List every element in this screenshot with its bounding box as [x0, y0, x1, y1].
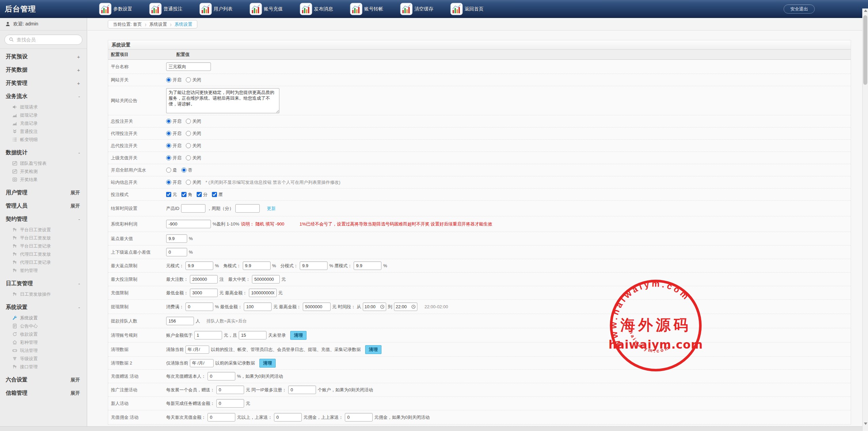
group-toggle[interactable]: - [78, 216, 80, 222]
rebate-min-diff-input[interactable] [166, 248, 187, 256]
date-input[interactable] [185, 346, 209, 354]
sidebar-group-header-business-flow[interactable]: 业务流水- [0, 90, 87, 103]
sidebar-item-draw-check[interactable]: 开奖检测 [0, 168, 87, 176]
sidebar-item-system-settings[interactable]: 系统设置 [0, 314, 87, 322]
clean-account-rule-input[interactable] [194, 331, 222, 339]
withdraw-limit-input[interactable] [185, 302, 213, 311]
max-rebate-limit-input[interactable] [300, 261, 328, 270]
group-toggle[interactable]: + [77, 67, 80, 73]
sidebar-item-lottery-type-manage[interactable]: 彩种管理 [0, 338, 87, 347]
sidebar-item-payment-settings[interactable]: 收款设置 [0, 330, 87, 338]
recharge-limit-input[interactable] [190, 289, 218, 297]
sidebar-item-normal-bets[interactable]: 普通投注 [0, 128, 87, 136]
sidebar-group-header-mailbox-manage[interactable]: 信箱管理展开 [0, 387, 87, 400]
nav-item-publish-message[interactable]: 发布消息 [300, 3, 333, 15]
radio-option[interactable]: 开启 [166, 118, 181, 124]
lottery-profit-input[interactable] [166, 220, 211, 228]
sidebar-group-header-lottery-data[interactable]: 开奖数据+ [0, 63, 87, 77]
sidebar-item-agent-wage-pay[interactable]: 代理日工资发放 [0, 250, 87, 258]
radio-input[interactable] [166, 168, 171, 173]
radio-option[interactable]: 开启 [166, 179, 181, 185]
group-toggle[interactable]: + [77, 54, 80, 60]
radio-option[interactable]: 开启 [166, 77, 181, 83]
site-close-notice-textarea[interactable] [166, 88, 279, 113]
radio-option[interactable]: 关闭 [186, 131, 201, 137]
breadcrumb-item[interactable]: 系统设置 [150, 21, 167, 27]
search-box[interactable] [4, 35, 82, 45]
radio-input[interactable] [166, 180, 171, 185]
time-input[interactable] [363, 302, 386, 311]
radio-option[interactable]: 关闭 [186, 179, 201, 185]
sidebar-group-header-liuhe-settings[interactable]: 六合设置展开 [0, 373, 87, 387]
horizontal-scrollbar[interactable] [0, 426, 862, 431]
nav-item-account-transfer[interactable]: 账号转帐 [350, 3, 383, 15]
sidebar-group-header-user-manage[interactable]: 用户管理展开 [0, 186, 87, 199]
sidebar-item-agent-wage-records[interactable]: 代理日工资记录 [0, 258, 87, 267]
sidebar-item-draw-results[interactable]: 开奖结果 [0, 176, 87, 184]
group-toggle[interactable]: - [78, 94, 80, 99]
checkbox-option[interactable]: 厘 [212, 192, 223, 198]
recharge-gift-input[interactable] [208, 372, 235, 380]
sidebar-item-notice-center[interactable]: 公告中心 [0, 322, 87, 330]
radio-option[interactable]: 是 [166, 167, 177, 173]
checkbox-input[interactable] [197, 192, 202, 197]
nav-item-clear-cache[interactable]: 清空缓存 [400, 3, 433, 15]
radio-option[interactable]: 关闭 [186, 155, 201, 161]
settle-time-input[interactable] [235, 204, 260, 213]
max-rebate-limit-input[interactable] [243, 261, 271, 270]
withdraw-limit-time-input[interactable] [396, 304, 411, 309]
radio-option[interactable]: 开启 [166, 155, 181, 161]
sidebar-item-withdraw-request[interactable]: 提现请求 [0, 103, 87, 111]
nav-item-param-settings[interactable]: 参数设置 [99, 3, 132, 15]
radio-option[interactable]: 否 [181, 167, 192, 173]
sidebar-item-wage-pay-operation[interactable]: 日工资发放操作 [0, 290, 87, 298]
date-input[interactable] [190, 359, 214, 367]
group-toggle[interactable]: 展开 [71, 190, 80, 196]
recharge-limit-input[interactable] [249, 289, 277, 297]
sidebar-group-header-lottery-preset[interactable]: 开奖预设+ [0, 50, 87, 63]
search-input[interactable] [17, 37, 74, 42]
promo-register-input[interactable] [216, 386, 244, 394]
checkbox-input[interactable] [166, 192, 171, 197]
newcomer-input[interactable] [216, 399, 244, 408]
nav-item-back-home[interactable]: 返回首页 [450, 3, 484, 15]
sidebar-item-platform-wage-records[interactable]: 平台日工资记录 [0, 242, 87, 250]
update-link[interactable]: 更新 [267, 205, 276, 212]
sidebar-item-account-changes[interactable]: 帐变明细 [0, 136, 87, 144]
max-bet-limit-input[interactable] [252, 275, 280, 283]
radio-option[interactable]: 关闭 [186, 77, 201, 83]
radio-option[interactable]: 开启 [166, 131, 181, 137]
sidebar-item-withdraw-records[interactable]: 提现记录 [0, 111, 87, 119]
checkbox-option[interactable]: 元 [166, 192, 177, 198]
group-toggle[interactable]: - [78, 281, 80, 287]
withdraw-limit-input[interactable] [303, 302, 331, 311]
clean-button[interactable]: 清理 [365, 345, 381, 354]
sidebar-item-team-pnl-report[interactable]: 团队盈亏报表 [0, 159, 87, 168]
radio-input[interactable] [166, 131, 171, 136]
radio-input[interactable] [181, 168, 186, 173]
sidebar-item-platform-wage-setting[interactable]: 平台日工资设置 [0, 226, 87, 234]
nav-item-normal-bets[interactable]: 普通投注 [149, 3, 182, 15]
sidebar-group-header-contract-manage[interactable]: 契约管理- [0, 213, 87, 226]
group-toggle[interactable]: 展开 [71, 203, 80, 209]
scrollbar-thumb[interactable] [863, 15, 867, 85]
radio-option[interactable]: 关闭 [186, 118, 201, 124]
clean-account-rule-input[interactable] [239, 331, 267, 339]
platform-name-input[interactable] [166, 62, 211, 71]
sidebar-group-header-data-stats[interactable]: 数据统计- [0, 146, 87, 159]
group-toggle[interactable]: - [78, 150, 80, 156]
radio-option[interactable]: 开启 [166, 143, 181, 149]
radio-input[interactable] [166, 143, 171, 148]
checkbox-input[interactable] [181, 192, 186, 197]
recharge-commission-input[interactable] [274, 413, 302, 422]
rebate-max-input[interactable] [166, 234, 187, 243]
group-toggle[interactable]: 展开 [71, 390, 80, 396]
clean-button[interactable]: 清理 [259, 359, 276, 368]
checkbox-option[interactable]: 分 [197, 192, 208, 198]
max-rebate-limit-input[interactable] [185, 261, 213, 270]
radio-input[interactable] [186, 143, 191, 148]
radio-input[interactable] [186, 155, 191, 160]
vertical-scrollbar[interactable] [862, 8, 868, 431]
nav-item-user-list[interactable]: 用户列表 [199, 3, 233, 15]
sidebar-item-level-settings[interactable]: 等级设置 [0, 355, 87, 363]
